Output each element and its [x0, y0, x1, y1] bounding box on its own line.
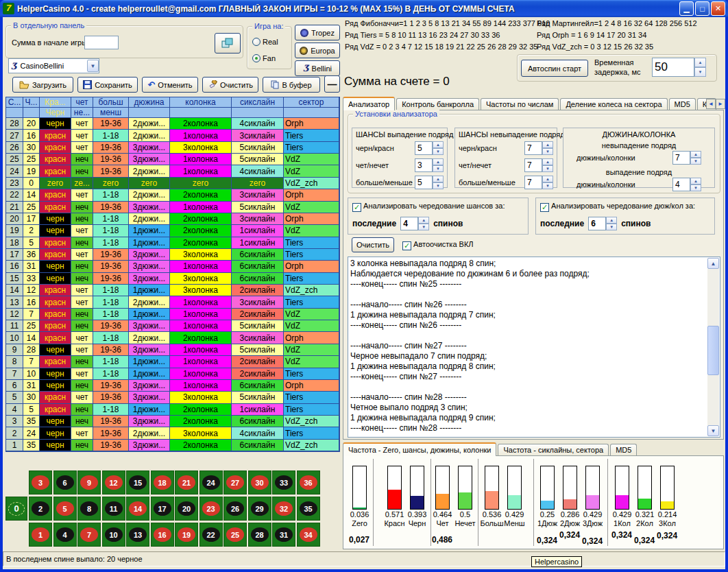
close-button[interactable]: ✕ [711, 1, 725, 16]
scroll-up-icon[interactable]: ▲ [707, 258, 719, 269]
column-header[interactable]: сикслайн [232, 97, 284, 108]
column-header[interactable] [170, 108, 232, 118]
spin-up-icon[interactable]: ▲ [542, 141, 553, 148]
column-header[interactable] [6, 108, 23, 118]
spin-up-icon[interactable]: ▲ [606, 217, 617, 224]
delay-value[interactable]: 50 [652, 58, 694, 77]
roulette-number-3[interactable]: 3 [29, 470, 52, 494]
spinner-high-low-appear[interactable]: 5▲▼ [415, 176, 444, 189]
column-header[interactable]: Черн [40, 108, 71, 118]
table-row[interactable]: 230zeroze...zerozerozerozeroVdZ_zch [6, 178, 339, 189]
start-sum-input[interactable] [84, 36, 119, 49]
clear-button[interactable]: Очистить [202, 77, 258, 93]
roulette-number-2[interactable]: 2 [29, 497, 52, 521]
spin-down-icon[interactable]: ▼ [433, 165, 444, 172]
table-row[interactable]: 1736краснчет19-363дюжи...3колонка6сиклай… [6, 249, 339, 261]
autospin-start-button[interactable]: Автоспин старт [521, 60, 588, 77]
spin-down-icon[interactable]: ▼ [418, 224, 429, 230]
spinner-dozen-miss[interactable]: 7▲▼ [672, 151, 701, 165]
spin-down-icon[interactable]: ▼ [690, 184, 701, 191]
spinner-even-odd-appear[interactable]: 3▲▼ [415, 158, 444, 172]
roulette-number-35[interactable]: 35 [297, 497, 320, 521]
spin-up-icon[interactable]: ▲ [690, 178, 701, 184]
spinner-dozen-spins[interactable]: 6▲▼ [588, 217, 617, 230]
roulette-number-8[interactable]: 8 [77, 497, 101, 521]
table-row[interactable]: 1014краснчет1-182дюжи...2колонка3сиклайн… [6, 332, 339, 344]
table-row[interactable]: 45красннеч1-181дюжи...2колонка1сиклайнTi… [6, 404, 339, 416]
roulette-number-12[interactable]: 12 [102, 470, 125, 494]
column-header[interactable]: сектор [284, 97, 339, 108]
spinner-black-red-appear[interactable]: 5▲▼ [415, 141, 444, 155]
roulette-number-26[interactable]: 26 [223, 497, 247, 521]
roulette-number-16[interactable]: 16 [151, 523, 174, 547]
spin-up-icon[interactable]: ▲ [433, 158, 444, 165]
roulette-number-9[interactable]: 9 [77, 470, 101, 494]
casino-europa-button[interactable]: Europa [295, 43, 340, 58]
freq-tab-1[interactable]: Частота - сиклайны, сектора [498, 444, 609, 456]
table-row[interactable]: 2419красннеч19-362дюжи...1колонка4сиклай… [6, 165, 339, 177]
roulette-number-21[interactable]: 21 [175, 470, 198, 494]
table-row[interactable]: 2630краснчет19-363дюжи...3колонка5сиклай… [6, 142, 339, 154]
roulette-number-5[interactable]: 5 [53, 497, 77, 521]
column-header[interactable]: больш [93, 97, 129, 108]
tab-1[interactable]: Контроль банкролла [396, 98, 479, 110]
roulette-number-28[interactable]: 28 [248, 523, 271, 547]
column-header[interactable]: менш [93, 108, 129, 118]
minimize-button[interactable]: ▁ [679, 1, 694, 16]
delay-spinner[interactable]: 50 ▲▼ [652, 58, 706, 77]
roulette-number-6[interactable]: 6 [53, 470, 77, 494]
roulette-number-23[interactable]: 23 [199, 497, 223, 521]
table-row[interactable]: 192чернчет1-181дюжи...2колонка1сиклайнVd… [6, 225, 339, 237]
spinner-high-low-miss[interactable]: 7▲▼ [524, 176, 553, 189]
spinner-even-odd-miss[interactable]: 7▲▼ [524, 158, 553, 172]
scroll-thumb[interactable] [707, 326, 719, 375]
roulette-number-10[interactable]: 10 [102, 523, 125, 547]
spin-down-icon[interactable]: ▼ [542, 148, 553, 155]
chevron-down-icon[interactable]: ▼ [87, 60, 99, 72]
analyze-dozen-checkbox[interactable] [540, 203, 549, 212]
spin-up-icon[interactable]: ▲ [542, 176, 553, 182]
roulette-number-14[interactable]: 14 [126, 497, 149, 521]
column-header[interactable]: колонка [170, 97, 232, 108]
clear-log-button[interactable]: Очистить [352, 237, 394, 252]
table-row[interactable]: 1125красннеч19-363дюжи...1колонка5сиклай… [6, 320, 339, 332]
roulette-number-11[interactable]: 11 [102, 497, 125, 521]
scroll-down-icon[interactable]: ▼ [707, 425, 719, 436]
table-row[interactable]: 135черннеч19-363дюжи...2колонка6сиклайнV… [6, 440, 339, 451]
table-row[interactable]: 2125красннеч19-363дюжи...1колонка5сиклай… [6, 202, 339, 213]
table-row[interactable]: 2820чернчет19-362дюжи...2колонка4сиклайн… [6, 118, 339, 130]
casino-select[interactable]: Ʒ CasinoBellini ▼ [8, 58, 99, 73]
spin-up-icon[interactable]: ▲ [542, 158, 553, 165]
spin-up-icon[interactable]: ▲ [418, 217, 429, 224]
spin-up-icon[interactable]: ▲ [694, 58, 706, 67]
save-button[interactable]: Сохранить [77, 77, 138, 93]
column-header[interactable]: не... [71, 108, 93, 118]
radio-real[interactable]: Real [252, 38, 278, 46]
casino-tropez-button[interactable]: Tropez [295, 25, 340, 40]
log-scrollbar[interactable]: ▲ ▼ [707, 258, 719, 436]
roulette-number-31[interactable]: 31 [272, 523, 295, 547]
spin-down-icon[interactable]: ▼ [690, 158, 701, 165]
column-header[interactable]: дюжина [129, 97, 170, 108]
spinner-dozen-appear[interactable]: 4▲▼ [672, 178, 701, 191]
table-row[interactable]: 928чернчет19-363дюжи...1колонка5сиклайнV… [6, 344, 339, 356]
roulette-number-15[interactable]: 15 [126, 470, 149, 494]
analyze-chances-checkbox[interactable] [352, 203, 361, 212]
copy-to-clipboard-button[interactable]: В буфер [263, 77, 320, 93]
table-row[interactable]: 1316краснчет1-182дюжи...1колонка3сиклайн… [6, 296, 339, 308]
casino-bellini-button[interactable]: Ʒ Bellini [295, 60, 340, 76]
column-header[interactable] [23, 108, 40, 118]
spin-down-icon[interactable]: ▼ [433, 182, 444, 189]
tab-scroll-left-icon[interactable]: ◄ [706, 99, 716, 109]
roulette-number-13[interactable]: 13 [126, 523, 149, 547]
table-row[interactable]: 631черннеч19-363дюжи...1колонка6сиклайнO… [6, 380, 339, 392]
roulette-number-27[interactable]: 27 [223, 470, 247, 494]
table-row[interactable]: 2214краснчет1-182дюжи...2колонка3сиклайн… [6, 189, 339, 201]
detach-panel-button[interactable] [215, 33, 241, 53]
spin-up-icon[interactable]: ▲ [690, 151, 701, 158]
tab-scroll-right-icon[interactable]: ► [716, 99, 725, 109]
roulette-number-18[interactable]: 18 [151, 470, 174, 494]
freq-tab-2[interactable]: MD5 [610, 444, 637, 456]
roulette-number-17[interactable]: 17 [151, 497, 174, 521]
analyzer-log[interactable]: 3 колонка невыпадала подряд 8 спин; Набл… [348, 257, 720, 438]
